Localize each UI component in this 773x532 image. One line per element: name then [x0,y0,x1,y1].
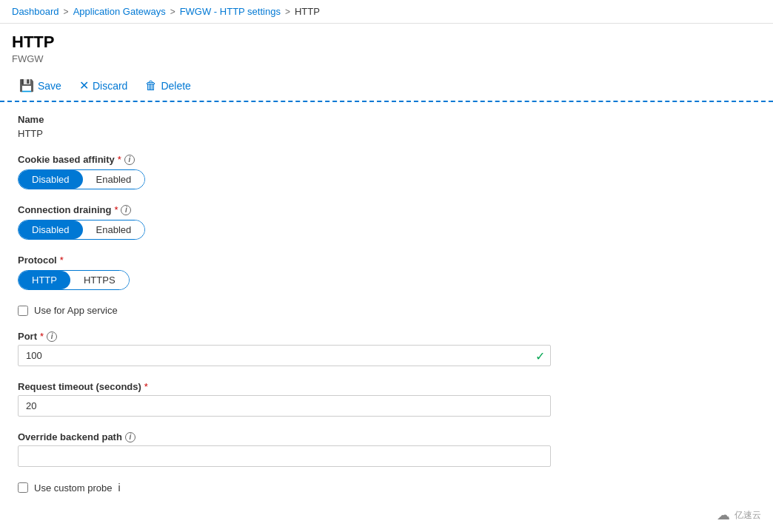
use-app-service-checkbox[interactable] [18,306,28,316]
protocol-http[interactable]: HTTP [19,271,70,289]
port-info-icon[interactable]: i [47,331,57,342]
breadcrumb-sep-2: > [170,7,175,17]
connection-draining-toggle[interactable]: Disabled Enabled [18,220,145,240]
name-field-group: Name HTTP [18,114,560,139]
save-button[interactable]: 💾 Save [12,75,69,96]
breadcrumb-app-gateways[interactable]: Application Gateways [73,6,166,17]
override-backend-path-label: Override backend path i [18,431,560,442]
request-timeout-required: * [144,381,148,392]
breadcrumb-http-settings[interactable]: FWGW - HTTP settings [180,6,281,17]
override-backend-path-field-group: Override backend path i [18,431,560,467]
breadcrumb-sep-3: > [285,7,290,17]
watermark-text: 亿速云 [734,509,761,521]
connection-draining-disabled[interactable]: Disabled [19,220,83,239]
port-field-group: Port * i ✓ [18,331,560,366]
page-header: HTTP FWGW [0,24,773,70]
cookie-affinity-enabled[interactable]: Enabled [83,170,145,189]
delete-button[interactable]: 🗑 Delete [138,75,198,96]
use-custom-probe-label[interactable]: Use custom probe [34,482,113,494]
toolbar: 💾 Save ✕ Discard 🗑 Delete [0,70,773,102]
protocol-https[interactable]: HTTPS [70,271,129,289]
watermark-icon: ☁ [717,507,730,520]
watermark: ☁ 亿速云 [717,507,761,520]
protocol-toggle[interactable]: HTTP HTTPS [18,270,130,290]
port-valid-icon: ✓ [535,349,545,363]
port-input[interactable] [18,345,551,366]
cookie-affinity-disabled[interactable]: Disabled [19,170,83,189]
override-backend-path-info-icon[interactable]: i [125,432,135,442]
use-custom-probe-info-icon[interactable]: i [118,482,121,494]
cookie-affinity-label: Cookie based affinity * i [18,154,560,165]
port-required: * [40,331,44,342]
save-label: Save [38,80,61,92]
protocol-required: * [60,255,64,266]
delete-label: Delete [161,80,190,92]
discard-button[interactable]: ✕ Discard [72,75,135,96]
use-app-service-label[interactable]: Use for App service [34,305,118,316]
page-subtitle: FWGW [12,53,761,64]
name-label: Name [18,114,560,125]
breadcrumb-sep-1: > [64,7,69,17]
use-app-service-row: Use for App service [18,305,560,316]
connection-draining-required: * [114,204,118,215]
breadcrumb-current: HTTP [295,6,320,17]
use-custom-probe-row: Use custom probe i [18,482,560,494]
request-timeout-field-group: Request timeout (seconds) * [18,381,560,417]
save-icon: 💾 [19,78,34,92]
page-title: HTTP [12,33,761,52]
cookie-affinity-info-icon[interactable]: i [124,155,135,165]
name-value: HTTP [18,128,560,139]
cookie-affinity-required: * [118,154,121,165]
port-label: Port * i [18,331,560,342]
port-input-wrapper: ✓ [18,345,551,366]
request-timeout-label: Request timeout (seconds) * [18,381,560,392]
protocol-label: Protocol * [18,255,560,266]
use-custom-probe-checkbox[interactable] [18,482,28,493]
breadcrumb-dashboard[interactable]: Dashboard [12,6,59,17]
override-backend-path-input[interactable] [18,445,551,467]
connection-draining-enabled[interactable]: Enabled [83,220,145,239]
breadcrumb: Dashboard > Application Gateways > FWGW … [0,0,773,24]
delete-icon: 🗑 [145,79,157,92]
cookie-affinity-field-group: Cookie based affinity * i Disabled Enabl… [18,154,560,189]
form-content: Name HTTP Cookie based affinity * i Disa… [0,102,578,520]
discard-icon: ✕ [79,78,89,92]
connection-draining-field-group: Connection draining * i Disabled Enabled [18,204,560,240]
connection-draining-info-icon[interactable]: i [121,205,131,215]
cookie-affinity-toggle[interactable]: Disabled Enabled [18,169,145,189]
protocol-field-group: Protocol * HTTP HTTPS [18,255,560,290]
connection-draining-label: Connection draining * i [18,204,560,215]
request-timeout-input[interactable] [18,395,551,417]
discard-label: Discard [93,80,127,92]
